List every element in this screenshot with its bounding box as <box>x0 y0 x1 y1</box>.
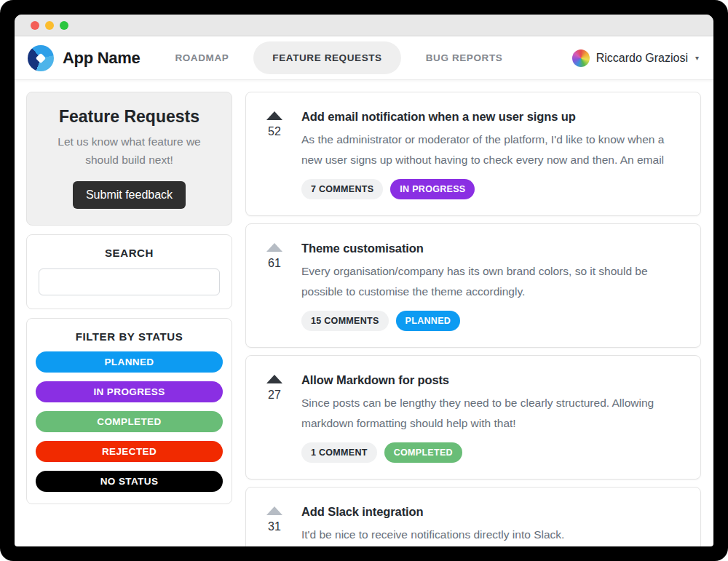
vote-count: 61 <box>262 257 287 270</box>
logo-diamond-shape <box>36 52 46 63</box>
post-card[interactable]: 31 Add Slack integration It'd be nice to… <box>245 487 701 546</box>
post-description: As the administrator or moderator of the… <box>301 130 683 170</box>
window-titlebar <box>15 15 713 36</box>
filter-panel-title: FILTER BY STATUS <box>36 330 223 343</box>
filter-status-no-status[interactable]: NO STATUS <box>36 471 223 492</box>
nav-tab-feature-requests[interactable]: FEATURE REQUESTS <box>253 41 400 74</box>
post-card[interactable]: 61 Theme customisation Every organisatio… <box>245 223 701 348</box>
filter-status-planned[interactable]: PLANNED <box>36 351 223 373</box>
nav-tab-roadmap[interactable]: ROADMAP <box>162 41 242 74</box>
user-name: Riccardo Graziosi <box>596 52 688 65</box>
upvote-button[interactable]: 27 <box>262 373 287 402</box>
upvote-arrow-icon <box>266 375 282 383</box>
post-description: Since posts can be lengthy they need to … <box>301 393 683 434</box>
board-subtitle: Let us know what feature we should build… <box>39 133 220 170</box>
sidebar: Feature Requests Let us know what featur… <box>26 92 232 513</box>
filter-status-in-progress[interactable]: IN PROGRESS <box>36 381 223 402</box>
search-panel: SEARCH <box>26 234 232 309</box>
filter-status-rejected[interactable]: REJECTED <box>36 441 223 462</box>
upvote-button[interactable]: 61 <box>262 242 287 270</box>
app-logo-icon[interactable] <box>28 45 54 71</box>
post-body: Add email notification when a new user s… <box>301 110 683 199</box>
comments-badge: 15 COMMENTS <box>301 311 389 331</box>
post-body: Theme customisation Every organisation/c… <box>301 242 683 331</box>
status-badge: IN PROGRESS <box>390 179 475 199</box>
user-menu[interactable]: Riccardo Graziosi ▾ <box>572 49 699 67</box>
post-description: It'd be nice to receive notifications di… <box>301 525 683 546</box>
post-title: Theme customisation <box>301 242 683 255</box>
post-title: Allow Markdown for posts <box>301 373 683 387</box>
filter-status-completed[interactable]: COMPLETED <box>36 411 223 432</box>
app-name: App Name <box>63 49 140 68</box>
status-badge: PLANNED <box>396 311 461 331</box>
post-list: 52 Add email notification when a new use… <box>245 92 701 546</box>
intro-panel: Feature Requests Let us know what featur… <box>26 92 232 226</box>
status-badge: COMPLETED <box>384 442 462 463</box>
browser-window: App Name ROADMAP FEATURE REQUESTS BUG RE… <box>15 15 713 546</box>
search-panel-title: SEARCH <box>39 247 220 259</box>
page-content: Feature Requests Let us know what featur… <box>15 80 713 546</box>
post-card[interactable]: 27 Allow Markdown for posts Since posts … <box>245 355 701 480</box>
upvote-arrow-icon <box>266 243 282 252</box>
upvote-button[interactable]: 52 <box>262 110 287 138</box>
post-body: Allow Markdown for posts Since posts can… <box>301 373 683 463</box>
board-title: Feature Requests <box>39 107 220 127</box>
post-card[interactable]: 52 Add email notification when a new use… <box>245 92 701 216</box>
nav-tab-bug-reports[interactable]: BUG REPORTS <box>413 41 516 74</box>
post-description: Every organisation/company has its own b… <box>301 261 683 302</box>
submit-feedback-button[interactable]: Submit feedback <box>73 181 186 209</box>
maximize-window-button[interactable] <box>60 21 68 30</box>
search-input[interactable] <box>39 268 220 295</box>
post-badges: 1 COMMENT COMPLETED <box>301 442 683 463</box>
minimize-window-button[interactable] <box>45 21 54 30</box>
upvote-arrow-icon <box>266 111 282 120</box>
post-title: Add email notification when a new user s… <box>301 110 683 124</box>
filter-panel: FILTER BY STATUS PLANNED IN PROGRESS COM… <box>26 318 232 504</box>
post-badges: 15 COMMENTS PLANNED <box>301 311 683 331</box>
close-window-button[interactable] <box>31 21 39 30</box>
comments-badge: 1 COMMENT <box>301 442 377 463</box>
post-body: Add Slack integration It'd be nice to re… <box>301 505 683 546</box>
app-header: App Name ROADMAP FEATURE REQUESTS BUG RE… <box>15 36 713 80</box>
vote-count: 31 <box>262 520 287 533</box>
vote-count: 27 <box>262 389 287 402</box>
vote-count: 52 <box>262 125 287 138</box>
chevron-down-icon: ▾ <box>695 54 699 62</box>
main-nav: ROADMAP FEATURE REQUESTS BUG REPORTS <box>162 41 515 74</box>
comments-badge: 7 COMMENTS <box>301 179 383 199</box>
avatar <box>572 49 590 67</box>
upvote-arrow-icon <box>266 506 282 515</box>
post-badges: 7 COMMENTS IN PROGRESS <box>301 179 683 199</box>
upvote-button[interactable]: 31 <box>262 505 287 533</box>
post-title: Add Slack integration <box>301 505 683 519</box>
